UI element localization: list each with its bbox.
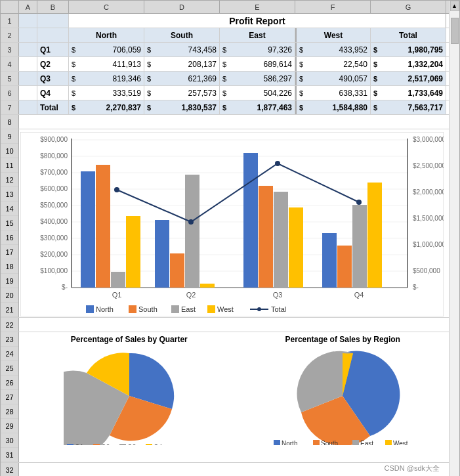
svg-text:West: West xyxy=(217,305,234,313)
cell-west-Q3: $490,057 xyxy=(295,72,371,85)
cell-north-Q1: $706,059 xyxy=(69,43,144,56)
cell-west-Q2: $22,540 xyxy=(295,57,371,71)
total-south: $1,830,537 xyxy=(144,100,220,114)
row-num-7: 7 xyxy=(1,100,19,114)
cell-north-Q4: $333,519 xyxy=(69,86,144,100)
svg-rect-41 xyxy=(289,207,303,288)
total-west: $1,584,880 xyxy=(295,100,371,114)
row-num-6: 6 xyxy=(1,86,19,100)
svg-text:$100,000: $100,000 xyxy=(40,267,68,274)
svg-point-48 xyxy=(275,161,280,166)
svg-text:$400,000: $400,000 xyxy=(40,218,68,225)
svg-point-46 xyxy=(114,187,119,192)
total-north: $2,270,837 xyxy=(69,100,144,114)
cell-east-Q2: $689,614 xyxy=(220,57,295,71)
svg-text:$500,000: $500,000 xyxy=(413,267,440,274)
chart-rows: 9 10 11 12 13 14 15 16 17 18 19 20 21 $9… xyxy=(1,129,459,318)
svg-text:Q1: Q1 xyxy=(112,291,122,299)
svg-text:South: South xyxy=(138,305,157,313)
svg-rect-34 xyxy=(155,220,169,288)
header-north: North xyxy=(69,28,144,42)
scrollbar-vertical[interactable]: ▲ xyxy=(449,1,459,476)
cell-3A xyxy=(19,43,37,56)
row-num-3: 3 xyxy=(1,43,19,56)
col-header-F: F xyxy=(295,1,371,13)
svg-rect-60 xyxy=(207,305,215,313)
svg-rect-69 xyxy=(119,444,126,445)
svg-text:North: North xyxy=(282,440,297,445)
svg-rect-54 xyxy=(86,305,94,313)
svg-text:Q4: Q4 xyxy=(154,444,163,445)
cell-south-Q3: $621,369 xyxy=(144,72,220,85)
cell-6A xyxy=(19,86,37,100)
empty-row-22: 22 xyxy=(1,318,459,332)
col-header-B: B xyxy=(37,1,69,13)
header-total: Total xyxy=(371,28,446,42)
report-title: Profit Report xyxy=(69,14,446,28)
svg-text:$1,500,000: $1,500,000 xyxy=(413,215,444,222)
svg-text:$600,000: $600,000 xyxy=(40,185,68,192)
svg-text:South: South xyxy=(321,440,338,445)
bar-chart-svg: $900,000 $800,000 $700,000 $600,000 $500… xyxy=(20,132,444,316)
pie-row-numbers: 23 24 25 26 27 28 29 30 31 xyxy=(1,332,19,462)
col-header-D: D xyxy=(144,1,220,13)
svg-text:Total: Total xyxy=(271,305,286,313)
svg-text:$2,000,000: $2,000,000 xyxy=(413,188,444,196)
cell-north-Q3: $819,346 xyxy=(69,72,144,85)
cell-2A xyxy=(19,28,37,42)
svg-text:$-: $- xyxy=(413,284,419,291)
svg-rect-77 xyxy=(352,440,359,445)
total-label: Total xyxy=(37,100,69,114)
pie-charts-container: Percentage of Sales by Quarter Q1 xyxy=(19,332,459,462)
cell-west-Q1: $433,952 xyxy=(295,43,371,56)
cell-south-Q2: $208,137 xyxy=(144,57,220,71)
svg-text:$200,000: $200,000 xyxy=(40,251,68,258)
cell-7A xyxy=(19,100,37,114)
col-header-G: G xyxy=(371,1,446,13)
svg-rect-37 xyxy=(200,284,215,288)
svg-rect-56 xyxy=(129,305,136,313)
svg-point-47 xyxy=(188,219,194,225)
svg-rect-38 xyxy=(243,153,258,288)
column-headers: A B C D E F G xyxy=(1,1,459,14)
header-west: West xyxy=(295,28,371,42)
svg-rect-36 xyxy=(185,175,199,288)
col-header-E: E xyxy=(220,1,295,13)
quarter-label-Q1: Q1 xyxy=(37,43,69,56)
cell-1B xyxy=(37,14,69,28)
scroll-up-button[interactable]: ▲ xyxy=(450,1,459,11)
empty-row-8: 8 xyxy=(1,115,459,129)
pie1-title: Percentage of Sales by Quarter xyxy=(71,335,188,344)
svg-text:Q3: Q3 xyxy=(127,444,136,445)
cell-4A xyxy=(19,57,37,71)
scroll-thumb[interactable] xyxy=(451,18,459,44)
cell-east-Q4: $504,226 xyxy=(220,86,295,100)
svg-rect-43 xyxy=(337,246,352,288)
total-row: 7 Total $2,270,837 $1,830,537 $1,877,463… xyxy=(1,100,459,115)
cell-2B xyxy=(37,28,69,42)
svg-point-49 xyxy=(356,200,362,205)
bar-chart-container: $900,000 $800,000 $700,000 $600,000 $500… xyxy=(19,129,459,317)
svg-text:East: East xyxy=(181,305,196,313)
pie-chart-1: Percentage of Sales by Quarter Q1 xyxy=(64,335,195,445)
cell-total-Q1: $1,980,795 xyxy=(371,43,446,56)
svg-text:$500,000: $500,000 xyxy=(40,202,68,209)
svg-text:North: North xyxy=(96,305,114,313)
svg-text:Q2: Q2 xyxy=(101,444,110,445)
data-row-q4: 6 Q4 $333,519 $257,573 $504,226 $638,331… xyxy=(1,86,459,100)
svg-rect-42 xyxy=(322,233,337,288)
svg-text:Q2: Q2 xyxy=(186,291,196,299)
row-num-2: 2 xyxy=(1,28,19,42)
svg-text:$2,500,000: $2,500,000 xyxy=(413,162,444,169)
cell-north-Q2: $411,913 xyxy=(69,57,144,71)
svg-rect-58 xyxy=(171,305,179,313)
svg-rect-40 xyxy=(274,192,288,288)
svg-point-63 xyxy=(257,307,261,311)
svg-text:Q3: Q3 xyxy=(273,291,283,299)
data-row-q1: 3 Q1 $706,059 $743,458 $97,326 $433,952 … xyxy=(1,43,459,57)
svg-text:$1,000,000: $1,000,000 xyxy=(413,241,444,248)
cell-south-Q4: $257,573 xyxy=(144,86,220,100)
cell-5A xyxy=(19,72,37,85)
cell-total-Q2: $1,332,204 xyxy=(371,57,446,71)
spreadsheet: A B C D E F G 1 Profit Report 2 North So… xyxy=(0,0,460,476)
